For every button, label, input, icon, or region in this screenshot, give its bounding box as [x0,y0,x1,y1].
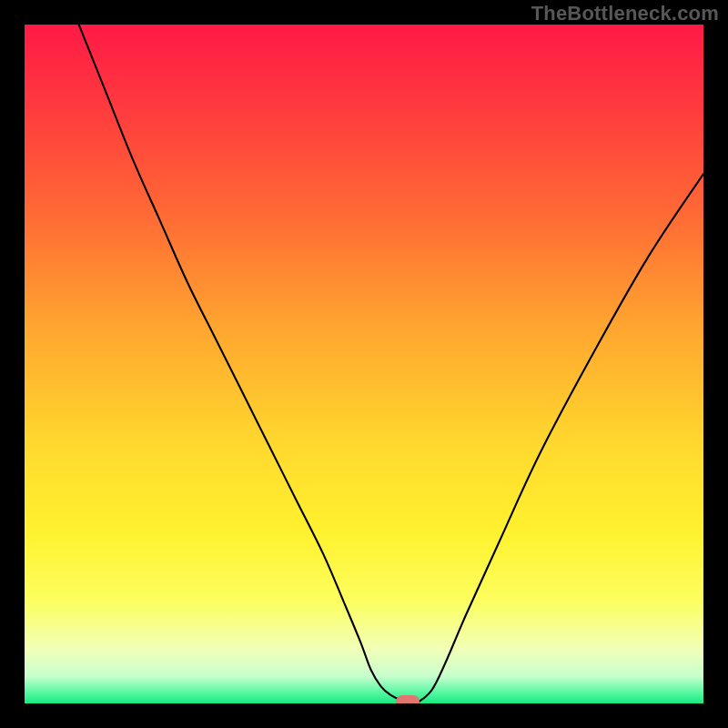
optimal-point-marker [396,695,420,703]
bottleneck-curve [25,25,703,703]
plot-area [25,25,703,703]
chart-frame: TheBottleneck.com [0,0,728,728]
watermark-text: TheBottleneck.com [531,2,719,25]
